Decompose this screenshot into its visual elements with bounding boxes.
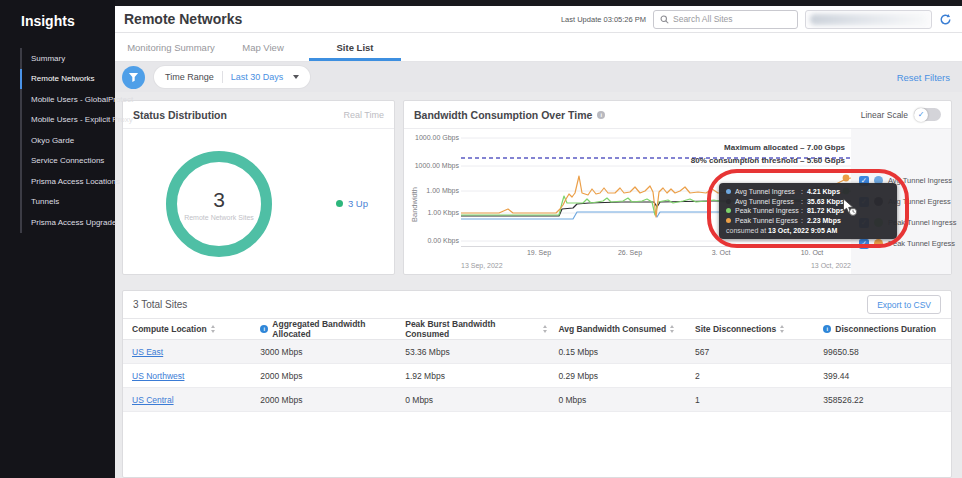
x-tick-label: 19. Sep xyxy=(509,249,569,256)
y-tick-label: 1000.00 Mbps xyxy=(415,162,459,169)
tab-map-view[interactable]: Map View xyxy=(217,33,309,61)
site-link-us-east[interactable]: US East xyxy=(132,347,163,357)
sidebar-item-prisma-access-upgrade[interactable]: Prisma Access Upgrade xyxy=(20,212,115,233)
sidebar-item-mobile-users-globalprotect[interactable]: Mobile Users - GlobalProtect xyxy=(20,89,115,110)
bandwidth-card-title: Bandwidth Consumption Over Time xyxy=(414,109,592,121)
tenant-selector-redacted[interactable] xyxy=(805,10,932,29)
bandwidth-chart-body: Bandwidth 1000.00 Gbps1000.00 Mbps1.00 M… xyxy=(404,129,951,274)
table-row: US East 3000 Mbps 53.36 Mbps 0.15 Mbps 5… xyxy=(123,340,951,364)
checkbox-checked-icon[interactable]: ✓ xyxy=(859,239,869,249)
toggle-knob: ✓ xyxy=(914,108,928,122)
sidebar-item-summary[interactable]: Summary xyxy=(20,48,115,69)
sidebar-nav: Summary Remote Networks Mobile Users - G… xyxy=(20,48,115,233)
col-peak-burst: Peak Burst Bandwidth Consumed xyxy=(405,319,539,339)
series-color-dot xyxy=(726,218,731,223)
refresh-icon[interactable] xyxy=(939,13,952,26)
bandwidth-consumption-card: Bandwidth Consumption Over Time i Linear… xyxy=(403,100,952,275)
y-tick-label: 1.00 Kbps xyxy=(427,209,459,216)
tab-monitoring-summary[interactable]: Monitoring Summary xyxy=(125,33,217,61)
time-range-selector[interactable]: Time Range Last 30 Days xyxy=(154,66,310,88)
site-link-us-northwest[interactable]: US Northwest xyxy=(132,371,184,381)
tooltip-row: Avg Tunnel Egress : 35.63 Kbps xyxy=(726,197,890,207)
search-box[interactable] xyxy=(653,10,798,29)
col-aggregated-bandwidth: Aggregated Bandwidth Allocated xyxy=(272,319,394,339)
sort-icon[interactable] xyxy=(670,325,674,333)
funnel-icon xyxy=(128,72,139,83)
chart-tooltip: Avg Tunnel Ingress : 4.21 Kbps Avg Tunne… xyxy=(719,183,897,239)
info-icon[interactable]: i xyxy=(260,325,268,333)
main-area: Remote Networks Last Update 03:05:26 PM xyxy=(115,6,962,478)
linear-scale-toggle[interactable]: ✓ xyxy=(914,108,941,121)
info-icon[interactable]: i xyxy=(823,325,831,333)
mouse-cursor-icon xyxy=(842,198,858,221)
x-tick-label: 10. Oct xyxy=(782,249,842,256)
linear-scale-control: Linear Scale ✓ xyxy=(861,108,941,121)
time-range-value: Last 30 Days xyxy=(231,72,284,82)
x-axis-ticks: 19. Sep26. Sep3. Oct10. Oct xyxy=(461,248,851,259)
sidebar-item-service-connections[interactable]: Service Connections xyxy=(20,151,115,172)
table-row: US Central 2000 Mbps 0 Mbps 0 Mbps 1 358… xyxy=(123,388,951,412)
max-allocated-label: Maximum allocated – 7.00 Gbps xyxy=(724,143,845,152)
sidebar-item-mobile-users-explicit-proxy[interactable]: Mobile Users - Explicit Proxy xyxy=(20,110,115,131)
y-tick-label: 1.00 Mbps xyxy=(426,187,459,194)
sidebar-item-prisma-access-locations[interactable]: Prisma Access Locations xyxy=(20,171,115,192)
top-cards-row: Status Distribution Real Time 3 Remote N… xyxy=(122,100,952,275)
sort-icon[interactable] xyxy=(543,325,547,333)
chevron-down-icon xyxy=(293,75,299,79)
col-compute-location: Compute Location xyxy=(132,324,207,334)
sidebar-item-tunnels[interactable]: Tunnels xyxy=(20,192,115,213)
filter-button[interactable] xyxy=(122,66,145,89)
y-tick-label: 1000.00 Gbps xyxy=(415,134,459,141)
status-legend-up[interactable]: 3 Up xyxy=(336,198,368,209)
up-status-label: 3 Up xyxy=(348,198,368,209)
table-row: US Northwest 2000 Mbps 1.92 Mbps 0.29 Mb… xyxy=(123,364,951,388)
header-right: Last Update 03:05:26 PM xyxy=(561,10,952,29)
sites-table: Compute Location iAggregated Bandwidth A… xyxy=(123,318,951,412)
table-title: 3 Total Sites xyxy=(133,299,187,310)
content-area: Status Distribution Real Time 3 Remote N… xyxy=(115,92,962,478)
site-link-us-central[interactable]: US Central xyxy=(132,395,174,405)
tab-site-list[interactable]: Site List xyxy=(309,33,401,61)
sidebar-item-remote-networks[interactable]: Remote Networks xyxy=(20,69,115,90)
col-avg-bandwidth: Avg Bandwidth Consumed xyxy=(558,324,666,334)
donut-count: 3 xyxy=(213,188,225,212)
export-csv-button[interactable]: Export to CSV xyxy=(867,295,941,314)
tooltip-row: Avg Tunnel Ingress : 4.21 Kbps xyxy=(726,187,890,197)
status-card-header: Status Distribution Real Time xyxy=(123,101,394,129)
status-distribution-card: Status Distribution Real Time 3 Remote N… xyxy=(122,100,395,275)
last-update-label: Last Update 03:05:26 PM xyxy=(561,15,646,24)
real-time-badge: Real Time xyxy=(343,110,384,120)
page-header: Remote Networks Last Update 03:05:26 PM xyxy=(115,6,962,33)
tab-bar: Monitoring Summary Map View Site List xyxy=(115,33,962,62)
reset-filters-link[interactable]: Reset Filters xyxy=(897,72,950,83)
table-header-row: Compute Location iAggregated Bandwidth A… xyxy=(123,319,951,340)
series-color-dot xyxy=(726,189,731,194)
sidebar-title: Insights xyxy=(0,0,115,29)
sort-icon[interactable] xyxy=(780,325,784,333)
threshold-label: 80% consumption threshold – 5.60 Gbps xyxy=(691,156,845,165)
info-icon[interactable]: i xyxy=(597,111,605,119)
series-color-dot xyxy=(874,239,883,248)
sidebar: Insights Summary Remote Networks Mobile … xyxy=(0,0,115,478)
y-axis-ticks: 1000.00 Gbps1000.00 Mbps1.00 Mbps1.00 Kb… xyxy=(416,129,459,247)
sites-table-card: 3 Total Sites Export to CSV Compute Loca… xyxy=(122,290,952,478)
sidebar-item-okyo-garde[interactable]: Okyo Garde xyxy=(20,130,115,151)
time-range-label: Time Range xyxy=(165,72,214,82)
page-title: Remote Networks xyxy=(124,11,242,27)
date-range-labels: 13 Sep, 2022 13 Oct, 2022 xyxy=(461,262,851,269)
table-header-bar: 3 Total Sites Export to CSV xyxy=(123,291,951,318)
sort-icon[interactable] xyxy=(211,325,215,333)
col-disconnections-duration: Disconnections Duration xyxy=(835,324,936,334)
tooltip-row: Peak Tunnel Ingress : 81.72 Kbps xyxy=(726,206,890,216)
up-status-dot xyxy=(336,200,343,207)
x-tick-label: 3. Oct xyxy=(691,249,751,256)
tooltip-timestamp: consumed at 13 Oct, 2022 9:05 AM xyxy=(726,227,890,234)
series-color-dot xyxy=(726,208,731,213)
insights-dashboard: Insights Summary Remote Networks Mobile … xyxy=(0,0,962,478)
search-icon xyxy=(660,10,669,28)
y-tick-label: 0.00 Kbps xyxy=(427,237,459,244)
series-color-dot xyxy=(726,199,731,204)
linear-scale-label: Linear Scale xyxy=(861,110,908,120)
search-input[interactable] xyxy=(673,14,791,24)
redacted-blur xyxy=(810,14,927,25)
